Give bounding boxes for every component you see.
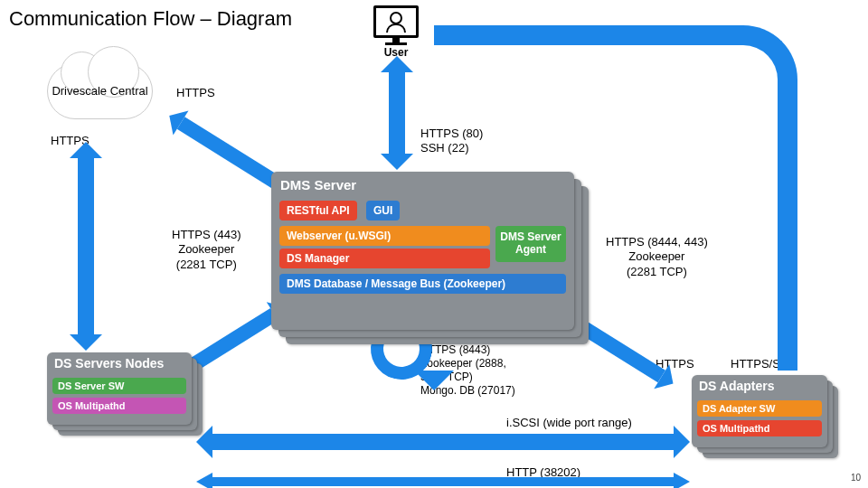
dms-gui: GUI bbox=[366, 201, 400, 221]
ds-adapters-sw: DS Adapter SW bbox=[697, 400, 822, 417]
arrow-http-bottom bbox=[212, 477, 674, 486]
label-left-link: HTTPS (443) Zookeeper (2281 TCP) bbox=[172, 228, 241, 272]
arrow-user-dms bbox=[389, 72, 405, 154]
ds-adapters-stack: DS Adapters DS Adapter SW OS Multipathd bbox=[692, 375, 827, 447]
ds-nodes-title: DS Servers Nodes bbox=[47, 352, 192, 374]
arrow-cloud-nodes bbox=[78, 158, 94, 334]
label-iscsi: i.SCSI (wide port range) bbox=[506, 416, 632, 430]
dms-mgr: DS Manager bbox=[279, 249, 490, 268]
ds-nodes-sw: DS Server SW bbox=[52, 378, 186, 394]
ds-nodes-mp: OS Multipathd bbox=[52, 398, 186, 414]
user-icon: User bbox=[373, 5, 419, 59]
arrow-iscsi bbox=[212, 434, 674, 450]
dms-web: Webserver (u.WSGI) bbox=[279, 226, 490, 246]
dms-server-stack: DMS Server RESTful API GUI Webserver (u.… bbox=[271, 172, 574, 330]
drivescale-cloud: Drivescale Central bbox=[47, 63, 153, 119]
dms-db: DMS Database / Message Bus (Zookeeper) bbox=[279, 274, 566, 294]
dms-agent: DMS Server Agent bbox=[495, 226, 566, 262]
page-number: 10 bbox=[851, 473, 861, 483]
label-https-cloud: HTTPS bbox=[176, 86, 215, 100]
dms-title: DMS Server bbox=[271, 172, 574, 198]
page-title: Communication Flow – Diagram bbox=[9, 7, 292, 31]
cloud-label: Drivescale Central bbox=[52, 84, 147, 99]
arrow-cloud-dms bbox=[177, 117, 285, 191]
dms-rest: RESTful API bbox=[279, 201, 357, 221]
ds-adapters-mp: OS Multipathd bbox=[697, 420, 822, 436]
ds-adapters-title: DS Adapters bbox=[692, 375, 827, 397]
ds-nodes-stack: DS Servers Nodes DS Server SW OS Multipa… bbox=[47, 352, 192, 425]
